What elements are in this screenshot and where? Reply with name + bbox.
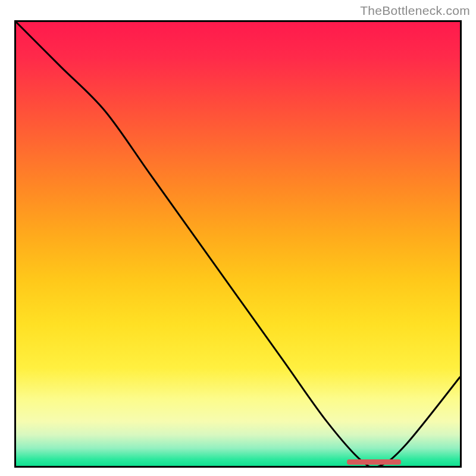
- bottleneck-curve: [16, 22, 460, 466]
- watermark-text: TheBottleneck.com: [360, 4, 470, 18]
- optimal-range-marker: [347, 459, 400, 465]
- chart-plot-area: [14, 20, 462, 468]
